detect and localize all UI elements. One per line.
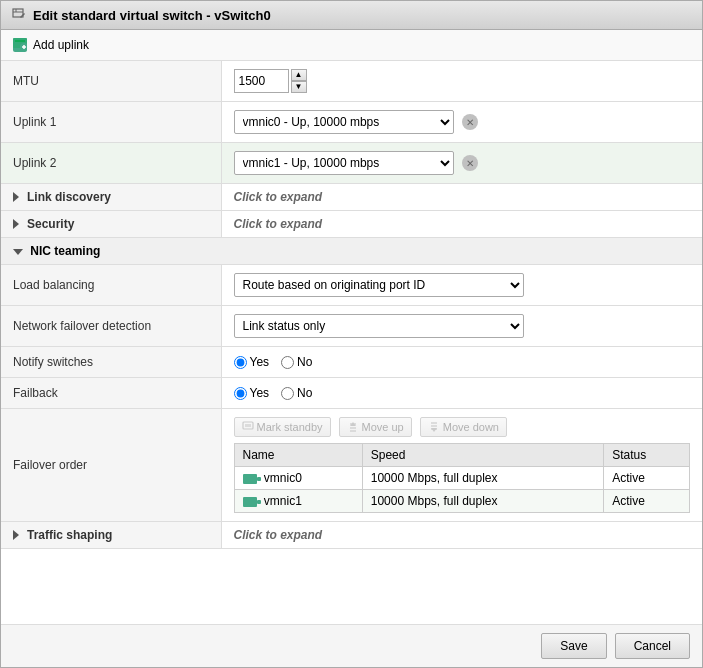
move-down-button[interactable]: Move down — [420, 417, 507, 437]
failback-yes-label[interactable]: Yes — [234, 386, 270, 400]
traffic-shaping-chevron-icon — [13, 530, 19, 540]
notify-switches-no-label[interactable]: No — [281, 355, 312, 369]
nic-teaming-chevron-icon — [13, 249, 23, 255]
mtu-increment-button[interactable]: ▲ — [291, 69, 307, 81]
uplink1-label: Uplink 1 — [1, 102, 221, 143]
save-button[interactable]: Save — [541, 633, 606, 659]
failover-col-status: Status — [604, 444, 690, 467]
uplink1-row: Uplink 1 vmnic0 - Up, 10000 mbps vmnic1 … — [1, 102, 702, 143]
link-discovery-chevron-icon — [13, 192, 19, 202]
notify-switches-row: Notify switches Yes No — [1, 347, 702, 378]
table-row[interactable]: vmnic0 10000 Mbps, full duplex Active — [234, 467, 690, 490]
failover-order-label: Failover order — [1, 409, 221, 522]
failback-no-radio[interactable] — [281, 387, 294, 400]
mark-standby-button[interactable]: Mark standby — [234, 417, 331, 437]
notify-switches-value-cell: Yes No — [221, 347, 702, 378]
security-value: Click to expand — [221, 211, 702, 238]
mtu-label: MTU — [1, 61, 221, 102]
security-row[interactable]: Security Click to expand — [1, 211, 702, 238]
uplink1-value-cell: vmnic0 - Up, 10000 mbps vmnic1 - Up, 100… — [221, 102, 702, 143]
link-discovery-label: Link discovery — [1, 184, 221, 211]
failover-row1-name: vmnic1 — [234, 490, 362, 513]
failover-table-header-row: Name Speed Status — [234, 444, 690, 467]
failover-row0-status: Active — [604, 467, 690, 490]
uplink1-remove-button[interactable]: ✕ — [462, 114, 478, 130]
move-up-icon — [347, 421, 359, 433]
load-balancing-row: Load balancing Route based on originatin… — [1, 265, 702, 306]
form-table: MTU ▲ ▼ Uplink 1 — [1, 61, 702, 549]
mtu-input-group: ▲ ▼ — [234, 69, 691, 93]
nic-teaming-header-row: NIC teaming — [1, 238, 702, 265]
link-discovery-row[interactable]: Link discovery Click to expand — [1, 184, 702, 211]
network-failover-row: Network failover detection Link status o… — [1, 306, 702, 347]
failback-value-cell: Yes No — [221, 378, 702, 409]
uplink2-remove-button[interactable]: ✕ — [462, 155, 478, 171]
network-failover-value-cell: Link status only Beacon probing — [221, 306, 702, 347]
failover-order-row: Failover order Mark standby — [1, 409, 702, 522]
failover-row1-status: Active — [604, 490, 690, 513]
uplink2-select[interactable]: vmnic1 - Up, 10000 mbps vmnic0 - Up, 100… — [234, 151, 454, 175]
svg-rect-4 — [15, 40, 25, 42]
notify-switches-radio-group: Yes No — [234, 355, 691, 369]
dialog: Edit standard virtual switch - vSwitch0 … — [0, 0, 703, 668]
uplink2-value-row: vmnic1 - Up, 10000 mbps vmnic0 - Up, 100… — [234, 151, 691, 175]
failback-yes-radio[interactable] — [234, 387, 247, 400]
nic-icon — [243, 474, 257, 484]
traffic-shaping-row[interactable]: Traffic shaping Click to expand — [1, 522, 702, 549]
network-failover-label: Network failover detection — [1, 306, 221, 347]
svg-marker-17 — [431, 428, 437, 432]
cancel-button[interactable]: Cancel — [615, 633, 690, 659]
mtu-row: MTU ▲ ▼ — [1, 61, 702, 102]
security-label: Security — [1, 211, 221, 238]
move-up-button[interactable]: Move up — [339, 417, 412, 437]
failback-no-label[interactable]: No — [281, 386, 312, 400]
table-row[interactable]: vmnic1 10000 Mbps, full duplex Active — [234, 490, 690, 513]
failover-row1-speed: 10000 Mbps, full duplex — [362, 490, 603, 513]
failover-toolbar: Mark standby Move up — [234, 417, 691, 437]
add-uplink-label: Add uplink — [33, 38, 89, 52]
uplink1-value-row: vmnic0 - Up, 10000 mbps vmnic1 - Up, 100… — [234, 110, 691, 134]
failback-radio-group: Yes No — [234, 386, 691, 400]
mtu-input[interactable] — [234, 69, 289, 93]
notify-switches-no-radio[interactable] — [281, 356, 294, 369]
failback-row: Failback Yes No — [1, 378, 702, 409]
traffic-shaping-value: Click to expand — [221, 522, 702, 549]
mtu-value-cell: ▲ ▼ — [221, 61, 702, 102]
edit-icon — [11, 7, 27, 23]
dialog-body: Add uplink MTU ▲ ▼ — [1, 30, 702, 624]
dialog-title: Edit standard virtual switch - vSwitch0 — [33, 8, 271, 23]
load-balancing-value-cell: Route based on originating port ID Route… — [221, 265, 702, 306]
move-down-icon — [428, 421, 440, 433]
failover-row0-speed: 10000 Mbps, full duplex — [362, 467, 603, 490]
uplink2-value-cell: vmnic1 - Up, 10000 mbps vmnic0 - Up, 100… — [221, 143, 702, 184]
add-uplink-row[interactable]: Add uplink — [1, 30, 702, 61]
failover-col-name: Name — [234, 444, 362, 467]
notify-switches-label: Notify switches — [1, 347, 221, 378]
failover-table: Name Speed Status vmnic0 — [234, 443, 691, 513]
link-discovery-value: Click to expand — [221, 184, 702, 211]
add-uplink-icon — [13, 38, 27, 52]
traffic-shaping-label: Traffic shaping — [1, 522, 221, 549]
uplink2-label: Uplink 2 — [1, 143, 221, 184]
failover-order-value-cell: Mark standby Move up — [221, 409, 702, 522]
title-bar: Edit standard virtual switch - vSwitch0 — [1, 1, 702, 30]
notify-switches-yes-radio[interactable] — [234, 356, 247, 369]
network-failover-select[interactable]: Link status only Beacon probing — [234, 314, 524, 338]
failover-col-speed: Speed — [362, 444, 603, 467]
notify-switches-yes-label[interactable]: Yes — [234, 355, 270, 369]
mtu-decrement-button[interactable]: ▼ — [291, 81, 307, 93]
security-chevron-icon — [13, 219, 19, 229]
uplink2-row: Uplink 2 vmnic1 - Up, 10000 mbps vmnic0 … — [1, 143, 702, 184]
mark-standby-icon — [242, 421, 254, 433]
failback-label: Failback — [1, 378, 221, 409]
dialog-footer: Save Cancel — [1, 624, 702, 667]
uplink1-select[interactable]: vmnic0 - Up, 10000 mbps vmnic1 - Up, 100… — [234, 110, 454, 134]
nic-teaming-label: NIC teaming — [1, 238, 702, 265]
load-balancing-select[interactable]: Route based on originating port ID Route… — [234, 273, 524, 297]
mtu-spinner: ▲ ▼ — [291, 69, 307, 93]
load-balancing-label: Load balancing — [1, 265, 221, 306]
svg-rect-9 — [245, 424, 251, 427]
nic-icon — [243, 497, 257, 507]
failover-row0-name: vmnic0 — [234, 467, 362, 490]
